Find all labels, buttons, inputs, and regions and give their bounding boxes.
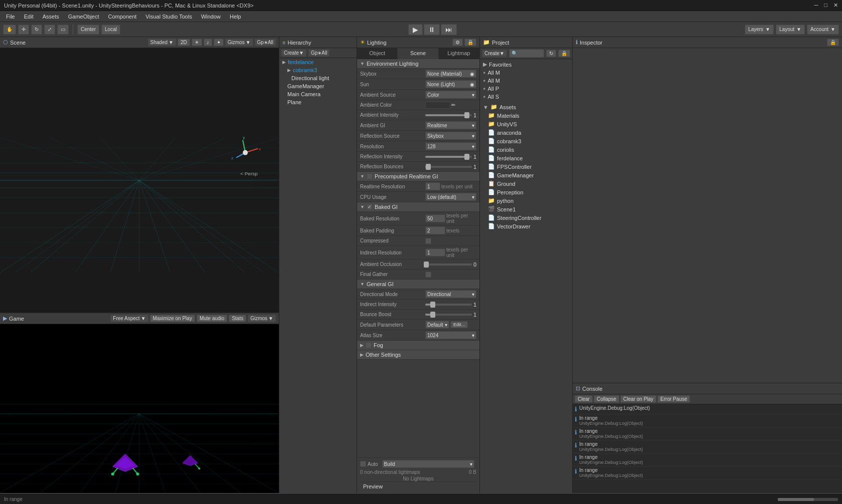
minimize-btn[interactable]: ─ <box>814 2 818 9</box>
ambient-occlusion-track[interactable] <box>425 264 472 266</box>
console-entry-5[interactable]: ℹ In range UnityEngine.Debug:Log(Object) <box>573 466 842 479</box>
asset-vectordrawer[interactable]: 📄 VectorDrawer <box>480 222 572 230</box>
maximize-on-play-btn[interactable]: Maximize on Play <box>150 315 195 322</box>
fav-all-materials2[interactable]: ● All M <box>480 77 572 85</box>
lighting-tab-object[interactable]: Object <box>357 48 398 59</box>
hier-item-gamemanager[interactable]: GameManager <box>279 82 357 90</box>
hier-item-dirlight[interactable]: Directional light <box>279 74 357 82</box>
ambient-color-edit-btn[interactable]: ✏ <box>451 102 455 108</box>
menu-gameobject[interactable]: GameObject <box>64 13 103 21</box>
bounce-boost-thumb[interactable] <box>430 312 435 318</box>
final-gather-checkbox[interactable] <box>425 272 431 278</box>
scene-view-mode[interactable]: Shaded▼ <box>148 39 176 46</box>
lighting-tab-lightmap[interactable]: Lightmap <box>439 48 479 59</box>
project-lock-btn[interactable]: 🔒 <box>558 50 570 57</box>
project-search-input[interactable] <box>509 49 544 58</box>
asset-ferdelance[interactable]: 📄 ferdelance <box>480 154 572 162</box>
hier-item-ferdelance[interactable]: ▶ ferdelance <box>279 58 357 66</box>
asset-unityvs[interactable]: 📁 UnityVS <box>480 120 572 128</box>
asset-python[interactable]: 📁 python <box>480 196 572 205</box>
ambient-source-dropdown[interactable]: Color ▾ <box>425 91 476 99</box>
console-clearonplay-btn[interactable]: Clear on Play <box>620 395 656 403</box>
asset-anaconda[interactable]: 📄 anaconda <box>480 128 572 137</box>
realtime-res-input[interactable] <box>425 182 440 190</box>
baked-section[interactable]: ▼ Baked GI <box>357 202 479 212</box>
sun-dropdown[interactable]: None (Light) ◉ <box>425 80 476 88</box>
cpu-usage-dropdown[interactable]: Low (default) ▾ <box>425 193 476 201</box>
hier-item-cobramk3[interactable]: ▶ cobramk3 <box>279 66 357 74</box>
console-entry-0[interactable]: ℹ UnityEngine.Debug:Log(Object) <box>573 404 842 414</box>
hierarchy-create-btn[interactable]: Create▼ <box>281 49 306 57</box>
project-create-btn[interactable]: Create▼ <box>482 50 507 57</box>
menu-edit[interactable]: Edit <box>20 13 38 21</box>
scale-tool[interactable]: ⤢ <box>44 25 55 35</box>
console-entry-2[interactable]: ℹ In range UnityEngine.Debug:Log(Object) <box>573 427 842 440</box>
bounce-boost-track[interactable] <box>425 314 472 316</box>
game-aspect-dropdown[interactable]: Free Aspect▼ <box>110 315 148 322</box>
indirect-intensity-track[interactable] <box>425 304 472 306</box>
asset-fpscontroller[interactable]: 📄 FPSController <box>480 162 572 171</box>
ambient-gi-dropdown[interactable]: Realtime ▾ <box>425 121 476 129</box>
env-lighting-section[interactable]: ▼ Environment Lighting <box>357 59 479 69</box>
menu-window[interactable]: Window <box>197 13 225 21</box>
hier-item-maincamera[interactable]: Main Camera <box>279 90 357 98</box>
pause-btn[interactable]: ⏸ <box>424 24 440 35</box>
indirect-intensity-thumb[interactable] <box>430 302 435 308</box>
local-btn[interactable]: Local <box>101 25 120 35</box>
console-entry-3[interactable]: ℹ In range UnityEngine.Debug:Log(Object) <box>573 440 842 453</box>
stats-btn[interactable]: Stats <box>229 315 246 322</box>
asset-steeringcontroller[interactable]: 📄 SteeringController <box>480 213 572 222</box>
reflection-source-dropdown[interactable]: Skybox ▾ <box>425 132 476 140</box>
scene-gizmos-btn[interactable]: Gizmos▼ <box>225 39 253 46</box>
menu-vstudio[interactable]: Visual Studio Tools <box>141 13 196 21</box>
inspector-lock-btn[interactable]: 🔒 <box>827 39 839 46</box>
close-btn[interactable]: ✕ <box>833 2 838 9</box>
fog-checkbox[interactable] <box>366 342 372 348</box>
reflection-bounces-thumb[interactable] <box>426 164 431 170</box>
reflection-intensity-track[interactable] <box>425 156 472 158</box>
reflection-bounces-track[interactable] <box>425 166 472 168</box>
scene-filter[interactable]: Gp∗All <box>255 39 276 46</box>
scene-audio-btn[interactable]: ♪ <box>204 39 212 46</box>
console-entry-4[interactable]: ℹ In range UnityEngine.Debug:Log(Object) <box>573 453 842 466</box>
move-tool[interactable]: ✛ <box>18 25 29 35</box>
fog-section[interactable]: ▶ Fog <box>357 341 479 350</box>
console-clear-btn[interactable]: Clear <box>575 395 593 403</box>
asset-materials[interactable]: 📁 Materials <box>480 111 572 120</box>
scene-canvas[interactable]: x y z < Persp <box>0 48 279 312</box>
default-params-dropdown[interactable]: Default ▾ <box>425 321 449 329</box>
center-btn[interactable]: Center <box>77 25 99 35</box>
rotate-tool[interactable]: ↻ <box>31 25 42 35</box>
menu-component[interactable]: Component <box>104 13 140 21</box>
ambient-color-swatch[interactable] <box>425 102 450 109</box>
baked-padding-input[interactable] <box>425 226 445 234</box>
menu-file[interactable]: File <box>2 13 19 21</box>
other-settings-section[interactable]: ▶ Other Settings <box>357 350 479 360</box>
ambient-occlusion-thumb[interactable] <box>424 262 429 268</box>
indirect-res-input[interactable] <box>425 248 445 257</box>
console-collapse-btn[interactable]: Collapse <box>594 395 619 403</box>
lighting-lock-btn[interactable]: 🔒 <box>464 39 476 46</box>
compressed-checkbox[interactable] <box>425 238 431 244</box>
build-mode-dropdown[interactable]: Build ▾ <box>382 460 474 468</box>
default-params-edit-btn[interactable]: Edit... <box>450 321 468 328</box>
fav-all-prefabs[interactable]: ● All P <box>480 85 572 93</box>
baked-res-input[interactable] <box>425 214 445 222</box>
directional-mode-dropdown[interactable]: Directional ▾ <box>425 290 476 298</box>
precomputed-section[interactable]: ▼ Precomputed Realtime GI <box>357 172 479 181</box>
maximize-btn[interactable]: □ <box>824 2 827 9</box>
scene-light-btn[interactable]: ☀ <box>192 39 202 46</box>
baked-checkbox[interactable] <box>367 204 373 210</box>
lighting-settings-btn[interactable]: ⚙ <box>452 39 463 46</box>
game-canvas[interactable] <box>0 324 279 493</box>
precomputed-checkbox[interactable] <box>367 173 373 179</box>
resolution-dropdown[interactable]: 128 ▾ <box>425 142 476 150</box>
mute-audio-btn[interactable]: Mute audio <box>197 315 227 322</box>
fav-all-scripts[interactable]: ● All S <box>480 93 572 101</box>
console-entry-1[interactable]: ℹ In range UnityEngine.Debug:Log(Object) <box>573 414 842 427</box>
asset-perception[interactable]: 📄 Perception <box>480 188 572 196</box>
scene-fx-btn[interactable]: ✦ <box>214 39 224 46</box>
asset-scene1[interactable]: 🎬 Scene1 <box>480 205 572 213</box>
asset-gamemanager[interactable]: 📄 GameManager <box>480 171 572 179</box>
hand-tool[interactable]: ✋ <box>3 25 16 35</box>
